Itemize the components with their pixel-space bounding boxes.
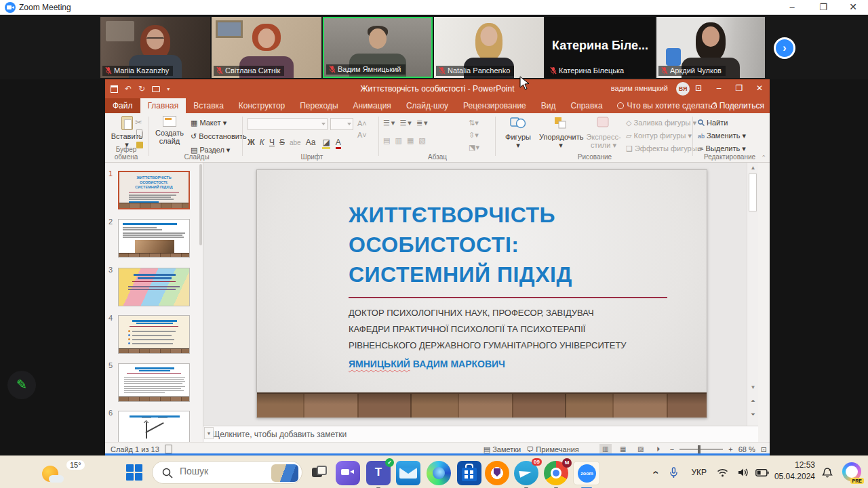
underline-button[interactable]: Ч [269, 138, 275, 147]
start-button[interactable] [126, 464, 142, 481]
shapes-button[interactable]: Фигуры▾ [500, 116, 536, 149]
bold-button[interactable]: Ж [248, 138, 255, 147]
tab-animations[interactable]: Анимация [346, 98, 399, 113]
thumbnail-scrollbar[interactable] [199, 164, 202, 245]
tab-home[interactable]: Главная [140, 98, 186, 113]
notes-splitter-button[interactable]: ▼ [204, 427, 214, 439]
slide-thumbnail-5[interactable] [118, 363, 190, 402]
zoom-close-button[interactable]: ✕ [840, 0, 867, 15]
video-tile-6[interactable]: Аркдий Чулков [656, 17, 765, 78]
slide-thumbnail-4[interactable] [118, 315, 190, 354]
zoom-minimize-button[interactable]: – [778, 0, 806, 15]
align-buttons[interactable]: ▤ ▥ ▦ ▧ [383, 136, 427, 145]
chrome-icon[interactable]: M [544, 461, 568, 485]
video-tile-3-active[interactable]: Вадим Ямницький [323, 17, 433, 78]
slide-thumbnail-3[interactable] [118, 268, 190, 306]
avast-icon[interactable] [485, 461, 509, 485]
video-tile-1[interactable]: Mariia Kazanzhy [100, 17, 210, 78]
ppt-user-avatar[interactable]: ВЯ [676, 82, 690, 96]
cut-icon[interactable]: ✂ [135, 117, 142, 127]
smartart-button[interactable]: ⬔▾ [469, 143, 479, 152]
spellcheck-icon[interactable] [165, 445, 172, 453]
tab-slideshow[interactable]: Слайд-шоу [399, 98, 456, 113]
tab-help[interactable]: Справка [563, 98, 610, 113]
annotate-button[interactable]: ✎ [7, 371, 36, 399]
tab-review[interactable]: Рецензирование [456, 98, 534, 113]
tab-insert[interactable]: Вставка [186, 98, 231, 113]
weather-widget[interactable]: 15° [7, 459, 88, 486]
reset-button[interactable]: ↺ Восстановить [191, 132, 247, 141]
search-box[interactable] [152, 461, 302, 484]
telegram-icon[interactable]: 09 [514, 461, 538, 485]
tab-view[interactable]: Вид [534, 98, 564, 113]
select-button[interactable]: ▻ Выделить ▾ [698, 144, 746, 153]
strike-button[interactable]: S [279, 138, 285, 147]
tray-mic-icon[interactable] [669, 456, 678, 488]
ppt-minimize-button[interactable]: – [709, 79, 729, 98]
font-color-button[interactable]: A [336, 138, 341, 149]
tray-battery-icon[interactable] [755, 456, 769, 488]
tray-clock[interactable]: 12:53 05.04.2024 [774, 460, 815, 483]
edge-icon[interactable] [427, 461, 451, 485]
shape-fill-button[interactable]: ◇ Заливка фигуры ▾ [626, 119, 696, 127]
video-tile-5-camera-off[interactable]: Катерина Біле... Катерина Білецька [545, 17, 655, 78]
collapse-ribbon-icon[interactable]: › [760, 155, 767, 157]
zoom-percentage[interactable]: 68 % [738, 445, 755, 453]
tray-notification-bell-icon[interactable]: z [822, 456, 833, 488]
list-buttons[interactable]: ☰▾ ☰▾ ≣▾ [383, 119, 429, 127]
tab-file[interactable]: Файл [105, 98, 140, 113]
chat-app-icon[interactable] [336, 461, 360, 485]
change-case-button[interactable]: Аа [306, 138, 316, 147]
font-size-combo[interactable] [330, 118, 353, 130]
slide-thumbnail-2[interactable] [118, 219, 190, 258]
zoom-taskbar-icon[interactable]: zoom [573, 461, 600, 485]
ppt-close-button[interactable]: ✕ [749, 79, 770, 98]
copy-icon[interactable] [136, 129, 142, 137]
font-name-combo[interactable] [248, 118, 328, 130]
slide-subtitle[interactable]: ДОКТОР ПСИХОЛОГІЧНИХ НАУК, ПРОФЕСОР, ЗАВ… [349, 305, 674, 354]
slide-thumbnail-1[interactable]: ЖИТТЄТВОРЧІСТЬОСОБИСТОСТІ:СИСТЕМНИЙ ПІДХ… [118, 171, 190, 209]
tray-chevron[interactable]: › [653, 456, 656, 488]
zoom-slider-thumb[interactable] [698, 445, 701, 453]
layout-button[interactable]: ▦ Макет ▾ [191, 119, 226, 127]
notes-toggle[interactable]: ▤ Заметки [484, 445, 521, 454]
italic-button[interactable]: К [260, 138, 264, 147]
previous-slide-icon[interactable]: ⏶ [747, 396, 758, 407]
zoom-in-icon[interactable]: + [728, 445, 732, 453]
highlight-color-button[interactable]: ◪ [322, 138, 330, 149]
scrollbar-thumb[interactable] [749, 174, 757, 211]
zoom-restore-button[interactable]: ❐ [810, 0, 837, 15]
fit-to-window-icon[interactable]: ⊡ [761, 445, 767, 454]
quick-styles-button[interactable]: Экспресс-стили ▾ [585, 116, 622, 149]
vertical-scrollbar[interactable]: ▲ ▼ ⏶ ⏷ [747, 163, 758, 426]
scroll-down-icon[interactable]: ▼ [747, 382, 758, 393]
replace-button[interactable]: ab Заменить ▾ [698, 131, 746, 140]
tray-volume-icon[interactable] [738, 456, 749, 488]
zoom-slider[interactable] [679, 449, 723, 450]
shape-outline-button[interactable]: ▱ Контур фигуры ▾ [626, 131, 692, 140]
ppt-restore-button[interactable]: ❐ [729, 79, 749, 98]
zoom-out-icon[interactable]: − [670, 445, 674, 453]
grow-font-icon[interactable]: A˄ [357, 119, 367, 127]
shape-effects-button[interactable]: ❑ Эффекты фигуры ▾ [626, 144, 703, 153]
scroll-up-icon[interactable]: ▲ [747, 163, 758, 174]
tell-me-box[interactable]: Что вы хотите сделать? [610, 98, 724, 113]
search-input[interactable] [180, 466, 261, 476]
tray-language[interactable]: УКР [691, 456, 707, 488]
next-slide-icon[interactable]: ⏷ [747, 409, 758, 420]
slide-author[interactable]: ЯМНИЦЬКИЙ ВАДИМ МАРКОВИЧ [349, 359, 505, 369]
video-tile-2[interactable]: Світлана Ситнік [212, 17, 321, 78]
comments-toggle[interactable]: 🗩 Примечания [526, 445, 579, 453]
char-spacing-button[interactable]: abe [290, 139, 301, 146]
shrink-font-icon[interactable]: A˅ [357, 131, 367, 139]
ppt-user-name[interactable]: вадим ямницкий [611, 84, 668, 92]
tab-design[interactable]: Конструктор [231, 98, 292, 113]
task-view-button[interactable] [312, 466, 328, 479]
align-text-button[interactable]: ⇳▾ [469, 131, 479, 140]
notes-pane[interactable]: Щелкните, чтобы добавить заметки [203, 426, 758, 442]
teams-icon[interactable]: T ✓ [366, 461, 391, 485]
ribbon-display-options-icon[interactable]: ⊡ [688, 79, 709, 98]
slide-thumbnail-6[interactable] [118, 411, 190, 442]
new-slide-button[interactable]: Создать слайд [153, 116, 186, 145]
tray-wifi-icon[interactable] [717, 456, 728, 488]
